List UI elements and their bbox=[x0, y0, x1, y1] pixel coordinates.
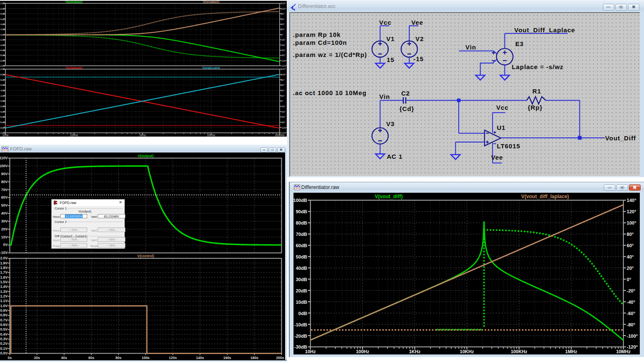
svg-text:Vin: Vin bbox=[465, 44, 476, 51]
svg-text:-2dB: -2dB bbox=[0, 39, 5, 41]
svg-text:E3: E3 bbox=[515, 40, 524, 47]
svg-text:0.9V: 0.9V bbox=[0, 308, 8, 313]
svg-text:10dB: 10dB bbox=[296, 300, 307, 305]
svg-text:0.6V: 0.6V bbox=[0, 323, 8, 327]
svg-text:12dB: 12dB bbox=[0, 2, 5, 5]
svg-text:1KHz: 1KHz bbox=[139, 134, 146, 137]
svg-text:0.8V: 0.8V bbox=[0, 313, 8, 318]
svg-text:8dB: 8dB bbox=[0, 79, 5, 81]
svg-text:90V: 90V bbox=[1, 172, 8, 176]
svg-text:100KHz: 100KHz bbox=[511, 349, 527, 354]
svg-text:0s: 0s bbox=[8, 356, 12, 360]
svg-text:10KHz: 10KHz bbox=[207, 134, 216, 137]
svg-text:100°: 100° bbox=[281, 8, 286, 10]
svg-text:{Cd}: {Cd} bbox=[400, 105, 414, 112]
svg-text:40dB: 40dB bbox=[296, 266, 307, 271]
svg-text:10KHz: 10KHz bbox=[460, 349, 474, 354]
svg-text:-20°: -20° bbox=[281, 105, 286, 108]
svg-text:.param Cd=100n: .param Cd=100n bbox=[293, 39, 347, 46]
svg-text:0°: 0° bbox=[627, 277, 631, 282]
svg-text:V3: V3 bbox=[386, 120, 395, 127]
svg-text:40°: 40° bbox=[627, 254, 634, 259]
svg-text:30V: 30V bbox=[1, 219, 8, 223]
svg-text:100Hz: 100Hz bbox=[70, 134, 78, 137]
svg-text:0V: 0V bbox=[3, 243, 8, 247]
svg-text:Vee: Vee bbox=[411, 19, 423, 26]
svg-text:-20°: -20° bbox=[627, 288, 635, 293]
svg-text:0dB: 0dB bbox=[0, 100, 5, 102]
svg-text:100Hz: 100Hz bbox=[356, 349, 369, 354]
svg-text:0dB: 0dB bbox=[0, 34, 5, 36]
svg-text:1.9V: 1.9V bbox=[0, 261, 8, 265]
svg-text:1.1V: 1.1V bbox=[0, 299, 8, 303]
svg-text:-20dB: -20dB bbox=[294, 334, 307, 339]
svg-text:40°: 40° bbox=[281, 23, 285, 26]
svg-text:V1: V1 bbox=[386, 35, 395, 42]
svg-text:Vout_Diff_Laplace: Vout_Diff_Laplace bbox=[514, 26, 575, 34]
svg-text:6dB: 6dB bbox=[0, 18, 5, 21]
svg-text:10dB: 10dB bbox=[0, 8, 5, 10]
svg-text:1MHz: 1MHz bbox=[565, 349, 577, 354]
svg-text:C2: C2 bbox=[401, 90, 410, 97]
svg-text:-8dB: -8dB bbox=[0, 54, 5, 57]
svg-text:0.2V: 0.2V bbox=[0, 342, 8, 346]
svg-text:200s: 200s bbox=[276, 356, 284, 360]
svg-text:80s: 80s bbox=[116, 356, 122, 360]
svg-text:V(vout_diff_laplace): V(vout_diff_laplace) bbox=[521, 194, 569, 199]
svg-text:V(control): V(control) bbox=[137, 254, 154, 258]
svg-text:-4dB: -4dB bbox=[0, 44, 5, 47]
svg-text:20s: 20s bbox=[34, 356, 40, 360]
svg-text:60V: 60V bbox=[1, 196, 8, 200]
svg-text:V2: V2 bbox=[415, 35, 424, 42]
svg-text:Vcc: Vcc bbox=[379, 19, 391, 26]
svg-text:20dB: 20dB bbox=[296, 288, 307, 293]
svg-text:-60°: -60° bbox=[281, 49, 286, 52]
svg-text:0.4V: 0.4V bbox=[0, 332, 8, 336]
svg-text:60°: 60° bbox=[627, 243, 634, 248]
svg-text:LT6015: LT6015 bbox=[497, 142, 520, 150]
svg-text:10Hz: 10Hz bbox=[2, 134, 8, 137]
svg-text:6dB: 6dB bbox=[0, 84, 5, 86]
svg-text:-60°: -60° bbox=[281, 116, 286, 118]
svg-text:-6dB: -6dB bbox=[0, 49, 5, 52]
svg-text:.param Rp 10k: .param Rp 10k bbox=[293, 31, 341, 38]
svg-text:1.4V: 1.4V bbox=[0, 285, 8, 289]
svg-text:1.2V: 1.2V bbox=[0, 294, 8, 298]
svg-text:0°: 0° bbox=[281, 100, 283, 102]
svg-text:-15: -15 bbox=[413, 55, 423, 62]
svg-text:100°: 100° bbox=[281, 73, 286, 76]
svg-text:70V: 70V bbox=[1, 188, 8, 192]
svg-text:120s: 120s bbox=[169, 356, 177, 360]
svg-text:20°: 20° bbox=[281, 28, 285, 31]
svg-text:-60°: -60° bbox=[627, 311, 635, 316]
svg-text:U1: U1 bbox=[497, 124, 506, 131]
svg-text:0.1V: 0.1V bbox=[0, 346, 8, 351]
svg-text:120°: 120° bbox=[281, 2, 286, 5]
svg-text:20V: 20V bbox=[1, 227, 8, 231]
svg-text:15: 15 bbox=[387, 56, 395, 63]
svg-text:180s: 180s bbox=[250, 356, 258, 360]
svg-text:1.5V: 1.5V bbox=[0, 280, 8, 284]
svg-text:60dB: 60dB bbox=[296, 243, 307, 248]
svg-text:20°: 20° bbox=[281, 95, 285, 97]
svg-text:1.3V: 1.3V bbox=[0, 290, 8, 294]
svg-text:-40°: -40° bbox=[281, 111, 286, 113]
svg-text:40°: 40° bbox=[281, 89, 285, 92]
svg-text:1.8V: 1.8V bbox=[0, 266, 8, 270]
svg-text:50V: 50V bbox=[1, 203, 8, 207]
svg-text:V(output): V(output) bbox=[138, 154, 154, 158]
svg-text:60°: 60° bbox=[281, 84, 285, 86]
svg-text:100V: 100V bbox=[0, 164, 8, 168]
svg-text:40V: 40V bbox=[1, 211, 8, 215]
svg-text:1.0V: 1.0V bbox=[0, 304, 8, 308]
svg-text:-10dB: -10dB bbox=[0, 59, 5, 62]
svg-text:Laplace = -s/wz: Laplace = -s/wz bbox=[512, 63, 564, 70]
svg-text:100°: 100° bbox=[627, 220, 636, 225]
svg-text:12dB: 12dB bbox=[0, 68, 5, 70]
svg-text:V(vout_diff): V(vout_diff) bbox=[375, 194, 403, 199]
svg-text:100KHz: 100KHz bbox=[275, 134, 284, 137]
svg-text:0.3V: 0.3V bbox=[0, 337, 8, 341]
svg-text:Vee: Vee bbox=[491, 154, 503, 161]
svg-text:4dB: 4dB bbox=[0, 89, 5, 92]
svg-text:80°: 80° bbox=[627, 232, 634, 237]
